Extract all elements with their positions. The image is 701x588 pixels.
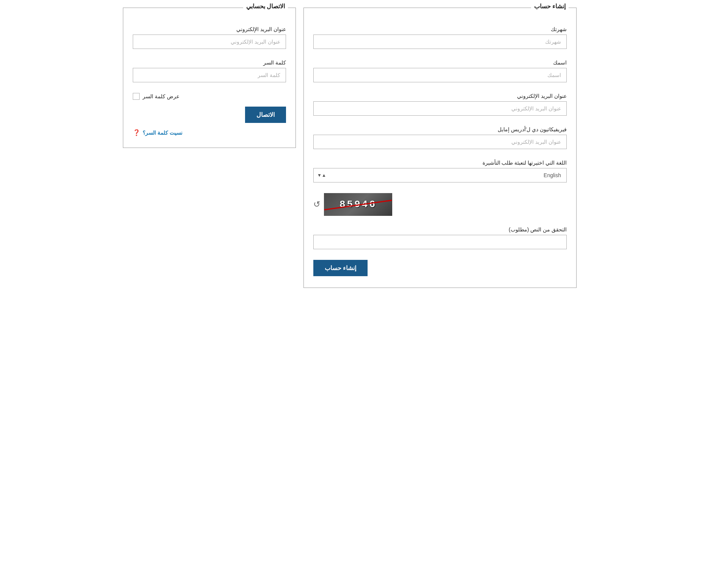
forgot-password-link[interactable]: نسيت كلمة السر؟	[143, 130, 182, 136]
password-label: كلمة السر	[133, 60, 286, 66]
login-button[interactable]: الاتصال	[245, 107, 286, 123]
verify-email-field-group: فيريفيكاتيون دي ل'أدريس إمايل	[313, 126, 567, 149]
question-icon: ❓	[133, 129, 140, 136]
nickname-input[interactable]	[313, 35, 567, 49]
page-container: الاتصال بحسابي عنوان البريد الإلكتروني ك…	[123, 8, 578, 288]
verify-email-input[interactable]	[313, 135, 567, 149]
refresh-icon[interactable]: ↺	[313, 200, 320, 209]
login-panel-title: الاتصال بحسابي	[243, 3, 288, 10]
register-panel: إنشاء حساب شهرتك اسمك عنوان البريد الإلك…	[303, 8, 577, 288]
password-field-group: كلمة السر	[133, 60, 286, 82]
name-field-group: اسمك	[313, 60, 567, 82]
nickname-field-group: شهرتك	[313, 26, 567, 49]
login-panel: الاتصال بحسابي عنوان البريد الإلكتروني ك…	[123, 8, 296, 148]
show-password-label: عرض كلمة السر	[143, 93, 179, 99]
password-input[interactable]	[133, 68, 286, 82]
language-field-group: اللغة التي اختيرتها لتعبئة طلب التأشيرة …	[313, 160, 567, 182]
name-input[interactable]	[313, 68, 567, 82]
captcha-input[interactable]	[313, 235, 567, 249]
register-email-input[interactable]	[313, 101, 567, 116]
register-email-label: عنوان البريد الإلكتروني	[313, 93, 567, 99]
nickname-label: شهرتك	[313, 26, 567, 32]
show-password-checkbox[interactable]	[133, 93, 140, 100]
language-label: اللغة التي اختيرتها لتعبئة طلب التأشيرة	[313, 160, 567, 166]
email-label: عنوان البريد الإلكتروني	[133, 26, 286, 32]
verify-email-label: فيريفيكاتيون دي ل'أدريس إمايل	[313, 126, 567, 132]
captcha-label: التحقق من النص (مطلوب)	[313, 226, 567, 233]
register-email-field-group: عنوان البريد الإلكتروني	[313, 93, 567, 116]
name-label: اسمك	[313, 60, 567, 66]
captcha-row: 85946 ↺	[313, 193, 567, 216]
captcha-image: 85946	[324, 193, 392, 216]
register-panel-title: إنشاء حساب	[531, 3, 569, 10]
captcha-image-inner: 85946	[324, 193, 392, 216]
language-select-wrapper: English العربية Français ▲▼	[313, 168, 567, 182]
register-button[interactable]: إنشاء حساب	[313, 260, 368, 276]
forgot-password-row: نسيت كلمة السر؟ ❓	[133, 129, 286, 136]
email-field-group: عنوان البريد الإلكتروني	[133, 26, 286, 49]
language-select[interactable]: English العربية Français	[313, 168, 567, 182]
email-input[interactable]	[133, 35, 286, 49]
register-button-row: إنشاء حساب	[313, 249, 567, 276]
show-password-row: عرض كلمة السر	[133, 93, 286, 100]
captcha-input-group: التحقق من النص (مطلوب)	[313, 226, 567, 249]
